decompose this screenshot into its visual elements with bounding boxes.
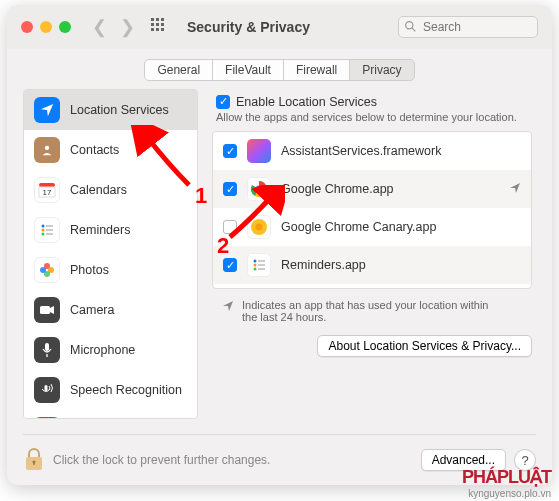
app-list: ✓ AssistantServices.framework ✓ Google C…	[212, 131, 532, 289]
tab-privacy[interactable]: Privacy	[349, 59, 414, 81]
photos-icon	[34, 257, 60, 283]
svg-point-26	[256, 224, 263, 231]
framework-icon	[247, 139, 271, 163]
sidebar-label: Contacts	[70, 143, 119, 157]
svg-rect-17	[45, 343, 49, 351]
watermark: PHÁPLUẬT kynguyenso.plo.vn	[462, 466, 551, 499]
reminders-app-icon	[247, 253, 271, 277]
svg-rect-36	[33, 462, 34, 465]
location-icon	[34, 97, 60, 123]
close-button[interactable]	[21, 21, 33, 33]
contacts-icon	[34, 137, 60, 163]
app-checkbox[interactable]: ✓	[223, 144, 237, 158]
app-name: Reminders.app	[281, 258, 366, 272]
sidebar-item-contacts[interactable]: Contacts	[24, 130, 197, 170]
app-row: ✓ Reminders.app	[213, 246, 531, 284]
tabs: General FileVault Firewall Privacy	[7, 59, 552, 81]
privacy-sidebar: Location Services Contacts 17 Calendars …	[23, 89, 198, 419]
app-row: ✓ Google Chrome.app	[213, 170, 531, 208]
sidebar-label: Camera	[70, 303, 114, 317]
sidebar-label: Speech Recognition	[70, 383, 182, 397]
sidebar-label: Location Services	[70, 103, 169, 117]
sidebar-item-camera[interactable]: Camera	[24, 290, 197, 330]
tab-firewall[interactable]: Firewall	[283, 59, 350, 81]
search-input[interactable]	[398, 16, 538, 38]
reminders-icon	[34, 217, 60, 243]
app-checkbox[interactable]	[223, 220, 237, 234]
sidebar-item-photos[interactable]: Photos	[24, 250, 197, 290]
svg-point-10	[42, 233, 45, 236]
lock-text: Click the lock to prevent further change…	[53, 453, 270, 467]
zoom-button[interactable]	[59, 21, 71, 33]
sidebar-label: Photos	[70, 263, 109, 277]
app-name: Google Chrome.app	[281, 182, 394, 196]
svg-rect-9	[46, 229, 53, 231]
svg-rect-7	[46, 225, 53, 227]
speech-icon	[34, 377, 60, 403]
svg-rect-11	[46, 233, 53, 235]
svg-text:17: 17	[43, 188, 52, 197]
svg-rect-28	[258, 260, 265, 262]
watermark-brand: PHÁPLUẬT	[462, 466, 551, 488]
about-location-button[interactable]: About Location Services & Privacy...	[317, 335, 532, 357]
sidebar-item-accessibility[interactable]: Accessibility	[24, 410, 197, 419]
svg-point-29	[254, 264, 257, 267]
nav-forward-button[interactable]: ❯	[117, 16, 137, 38]
camera-icon	[34, 297, 60, 323]
watermark-site: kynguyenso.plo.vn	[462, 488, 551, 499]
svg-point-15	[40, 267, 46, 273]
tab-general[interactable]: General	[144, 59, 213, 81]
sidebar-label: Reminders	[70, 223, 130, 237]
svg-rect-16	[40, 306, 50, 314]
sidebar-item-reminders[interactable]: Reminders	[24, 210, 197, 250]
search-icon	[404, 20, 417, 33]
window-title: Security & Privacy	[187, 19, 310, 35]
svg-rect-19	[45, 385, 48, 391]
calendar-icon: 17	[34, 177, 60, 203]
nav-back-button[interactable]: ❮	[89, 16, 109, 38]
window-controls	[21, 21, 71, 33]
note-arrow-icon	[222, 299, 234, 323]
footer: Click the lock to prevent further change…	[23, 434, 536, 473]
svg-point-27	[254, 260, 257, 263]
search-wrap	[398, 16, 538, 38]
svg-point-31	[254, 268, 257, 271]
svg-line-1	[412, 28, 415, 31]
app-name: Google Chrome Canary.app	[281, 220, 436, 234]
show-all-button[interactable]	[151, 18, 169, 36]
lock-icon[interactable]	[23, 447, 45, 473]
svg-rect-3	[39, 183, 55, 187]
sidebar-item-location[interactable]: Location Services	[24, 90, 197, 130]
microphone-icon	[34, 337, 60, 363]
sidebar-label: Calendars	[70, 183, 127, 197]
sidebar-item-microphone[interactable]: Microphone	[24, 330, 197, 370]
annotation-number-2: 2	[217, 233, 229, 259]
svg-point-0	[406, 22, 413, 29]
svg-rect-30	[258, 264, 265, 266]
annotation-number-1: 1	[195, 183, 207, 209]
svg-rect-32	[258, 268, 265, 270]
minimize-button[interactable]	[40, 21, 52, 33]
location-note: Indicates an app that has used your loca…	[212, 299, 532, 323]
app-checkbox[interactable]: ✓	[223, 258, 237, 272]
app-row: ✓ AssistantServices.framework	[213, 132, 531, 170]
accessibility-icon	[34, 417, 60, 419]
sidebar-item-speech[interactable]: Speech Recognition	[24, 370, 197, 410]
svg-point-2	[45, 146, 49, 150]
note-text: Indicates an app that has used your loca…	[242, 299, 492, 323]
enable-location-checkbox[interactable]	[216, 95, 230, 109]
svg-point-8	[42, 229, 45, 232]
sidebar-item-calendars[interactable]: 17 Calendars	[24, 170, 197, 210]
titlebar: ❮ ❯ Security & Privacy	[7, 5, 552, 49]
app-name: AssistantServices.framework	[281, 144, 441, 158]
app-checkbox[interactable]: ✓	[223, 182, 237, 196]
main-panel: Enable Location Services Allow the apps …	[212, 89, 536, 419]
tab-filevault[interactable]: FileVault	[212, 59, 284, 81]
sidebar-label: Microphone	[70, 343, 135, 357]
enable-location-label: Enable Location Services	[236, 95, 377, 109]
chrome-icon	[247, 177, 271, 201]
chrome-canary-icon	[247, 215, 271, 239]
app-row: Google Chrome Canary.app	[213, 208, 531, 246]
recent-location-icon	[509, 181, 521, 197]
svg-point-6	[42, 225, 45, 228]
